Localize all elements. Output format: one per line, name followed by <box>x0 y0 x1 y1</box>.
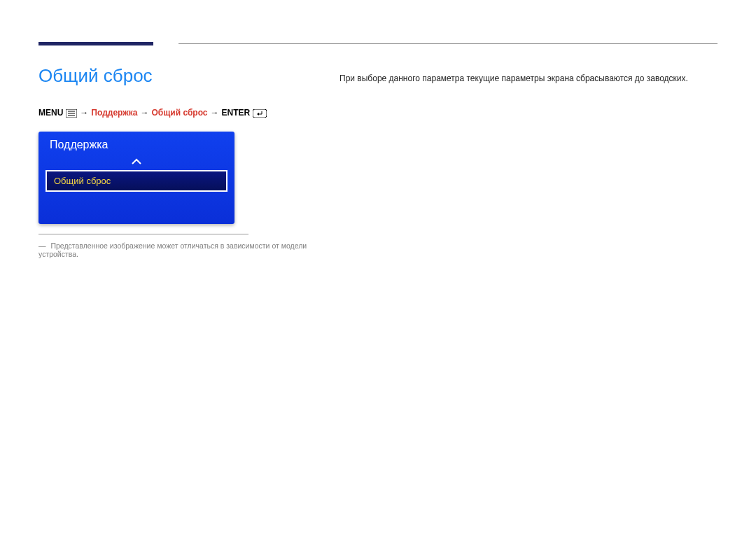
osd-panel: Поддержка Общий сброс <box>38 132 234 224</box>
top-divider-thick <box>38 42 153 45</box>
osd-item-label: Общий сброс <box>54 176 111 186</box>
breadcrumb-arrow: → <box>210 108 218 118</box>
footnote-text: Представленное изображение может отличат… <box>38 241 307 258</box>
right-column: При выборе данного параметра текущие пар… <box>340 65 718 258</box>
enter-icon <box>253 108 267 118</box>
svg-rect-4 <box>253 109 267 118</box>
menu-icon <box>66 108 77 118</box>
osd-title: Поддержка <box>38 132 234 155</box>
description-text: При выборе данного параметра текущие пар… <box>340 72 718 85</box>
breadcrumb-arrow: → <box>140 108 148 118</box>
page-title: Общий сброс <box>38 65 318 87</box>
separator-line <box>38 234 248 234</box>
breadcrumb-item-2: Общий сброс <box>151 108 207 118</box>
footnote-dash: ― <box>38 241 46 250</box>
breadcrumb-arrow: → <box>80 108 88 118</box>
breadcrumb-item-1: Поддержка <box>91 108 137 118</box>
breadcrumb-enter-label: ENTER <box>221 108 250 118</box>
chevron-up-icon[interactable] <box>38 155 234 170</box>
breadcrumb: MENU → Поддержка → Общий сброс → ENTER <box>38 108 318 118</box>
footnote: ― Представленное изображение может отлич… <box>38 241 318 258</box>
breadcrumb-menu-label: MENU <box>38 108 63 118</box>
osd-item-reset-all[interactable]: Общий сброс <box>46 170 227 192</box>
left-column: Общий сброс MENU → Поддержка → Общий сбр… <box>38 65 340 258</box>
top-divider-thin <box>178 43 718 44</box>
osd-bottom-padding <box>38 199 234 224</box>
top-divider <box>38 42 718 45</box>
